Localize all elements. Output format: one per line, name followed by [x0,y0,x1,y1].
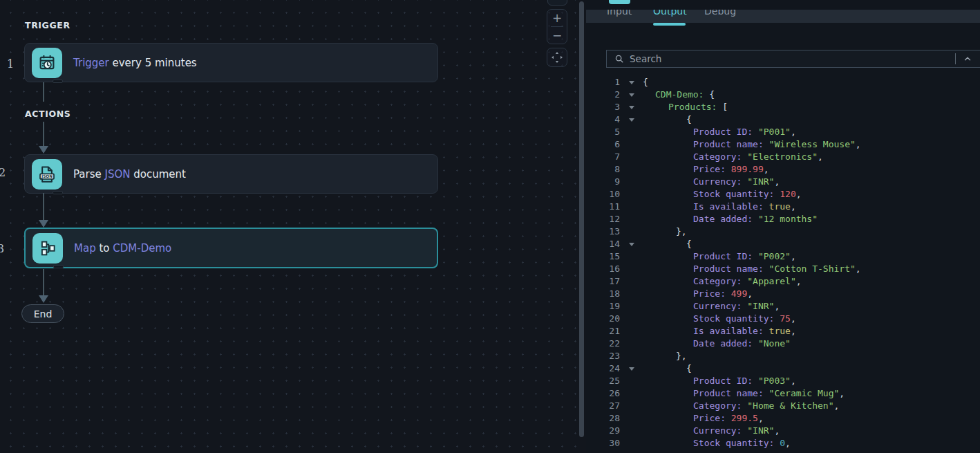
collapse-search-button[interactable] [963,54,980,64]
code-text: { [643,238,980,250]
chevron-down-icon [629,243,634,246]
tab-output[interactable]: Output [653,10,687,17]
node-3-label: Map to CDM-Demo [74,242,171,255]
code-token: 499 [731,288,747,299]
node-2-label: Parse JSON document [73,168,186,181]
line-number: 17 [586,275,620,288]
workflow-canvas[interactable]: TRIGGER 1 Trigger every 5 minutes [0,0,586,453]
fold-toggle[interactable] [620,238,643,250]
line-number: 18 [586,288,620,300]
line-number: 23 [586,350,620,362]
fold-toggle[interactable] [620,362,643,375]
edge-arrowhead [39,295,48,303]
code-line: 30Stock quantity: 0, [586,437,980,450]
code-token: 899.99 [731,164,764,174]
code-text: Price: 899.99, [643,163,980,176]
code-token: { [686,114,692,124]
panel-tab-bar: Input Output Debug [586,10,980,23]
edge-arrowhead [39,146,48,154]
code-token: "P002" [758,251,791,261]
code-text: Category: "Home & Kitchen", [643,400,980,412]
line-number: 20 [586,313,620,325]
fold-spacer [620,126,643,138]
output-panel: Input Output Debug 1{2CDM-Demo: {3Produc… [586,0,980,453]
end-node[interactable]: End [21,304,64,323]
line-number: 25 [586,375,620,387]
code-text: { [643,76,980,89]
node-3-connector-handle[interactable] [53,265,64,268]
code-token: Currency: [693,301,747,311]
node-trigger-every-5-minutes[interactable]: Trigger every 5 minutes [24,43,438,82]
code-line: 11Is available: true, [586,201,980,213]
code-token: , [791,313,796,324]
zoom-in-button[interactable]: + [547,10,567,26]
label-segment: to [96,242,113,255]
code-token: Price: [693,413,731,423]
line-number: 14 [586,238,620,250]
line-number: 7 [586,151,620,163]
code-token: , [856,139,861,149]
tab-debug[interactable]: Debug [704,10,736,17]
code-token: 0 [780,438,785,448]
label-segment: Map [74,242,96,255]
code-text: { [643,362,980,375]
code-token: { [709,89,715,100]
code-token: { [686,239,692,249]
tab-input[interactable]: Input [607,10,632,17]
code-text: Product ID: "P002", [643,250,980,263]
line-number: 22 [586,338,620,350]
code-token: Is available: [693,326,769,336]
code-token: , [791,201,796,212]
fold-toggle[interactable] [620,76,643,89]
line-number: 30 [586,437,620,450]
code-token: "P003" [758,376,791,386]
line-number: 2 [586,89,620,101]
code-line: 13}, [586,225,980,238]
end-node-label: End [34,308,53,320]
line-number: 29 [586,425,620,437]
code-token: Price: [693,288,731,299]
code-line: 22Date added: "None" [586,338,980,350]
code-token: true [769,201,791,212]
code-line: 3Products: [ [586,101,980,113]
panel-top-indicator [609,0,630,4]
code-line: 2CDM-Demo: { [586,89,980,101]
node-map-to-cdm-demo[interactable]: Map to CDM-Demo [24,228,438,268]
code-token: true [769,326,791,336]
node-parse-json-document[interactable]: JSON Parse JSON document [24,154,438,194]
line-number: 1 [586,76,620,89]
node-2-connector-handle[interactable] [53,191,63,194]
code-text: Stock quantity: 120, [643,188,980,201]
code-token: "Ceramic Mug" [769,388,840,398]
line-number: 11 [586,201,620,213]
line-number: 9 [586,176,620,188]
node-1-connector-handle[interactable] [53,80,63,83]
fit-view-button[interactable] [547,48,567,67]
fold-toggle[interactable] [620,89,643,101]
canvas-tool-button-partial[interactable] [547,0,567,6]
fold-toggle[interactable] [620,101,643,113]
code-line: 29Currency: "INR", [586,425,980,437]
fold-toggle[interactable] [620,113,643,126]
code-token: Category: [693,276,747,286]
canvas-vertical-scrollbar[interactable] [579,1,584,437]
calendar-clock-icon [32,48,62,78]
search-input[interactable] [630,53,955,64]
fold-spacer [620,250,643,263]
fold-spacer [620,387,643,400]
label-segment: document [131,168,186,181]
code-text: Category: "Electronics", [643,151,980,163]
fold-spacer [620,163,643,176]
edge-line [43,193,44,221]
code-token: CDM-Demo: [655,89,709,100]
code-text: Product ID: "P001", [643,126,980,138]
zoom-out-button[interactable]: − [547,27,567,44]
code-text: Date added: "12 months" [643,213,980,225]
code-line: 7Category: "Electronics", [586,151,980,163]
code-text: Currency: "INR", [643,176,980,188]
code-token: "INR" [747,176,774,187]
trigger-section-label: TRIGGER [25,20,70,30]
code-text: Category: "Apparel", [643,275,980,288]
code-token: "None" [758,338,791,349]
search-bar [606,50,980,68]
